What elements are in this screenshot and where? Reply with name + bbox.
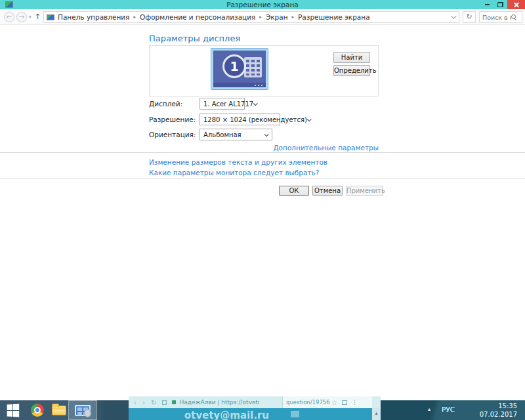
advanced-settings-link[interactable]: Дополнительные параметры (273, 144, 379, 152)
browser-forward-icon[interactable]: › (142, 399, 145, 406)
browser-address-field[interactable]: question/197567657 ☆ ⋮ (282, 396, 372, 408)
extension-icon[interactable] (342, 400, 347, 405)
scroll-up-icon: ▴ (375, 410, 377, 416)
secure-site-icon (172, 400, 176, 404)
browser-menu-icon[interactable]: ⋮ (352, 399, 358, 406)
browser-tab-icon (162, 400, 167, 405)
resolution-label: Разрешение: (149, 116, 196, 123)
tray-date: 07.02.2017 (480, 410, 517, 419)
ok-button[interactable]: ОК (279, 186, 309, 196)
browser-scrollbar[interactable]: ▴ (372, 408, 381, 420)
browser-url-strip: ‹ › ↻ НадежАлви | https://otvetmail.ru/q… (129, 396, 381, 408)
tray-clock[interactable]: 15:35 07.02.2017 (480, 402, 517, 419)
monitor-help-link[interactable]: Какие параметры монитора следует выбрать… (149, 169, 319, 177)
back-button[interactable]: ← (4, 12, 14, 22)
chevron-down-icon (253, 101, 258, 106)
address-dropdown-icon[interactable] (451, 13, 456, 18)
taskbar-chrome-button[interactable] (25, 400, 50, 420)
monitor-dots-icon (255, 85, 262, 86)
back-icon: ← (7, 13, 12, 20)
taskbar-display-settings-button[interactable] (68, 400, 97, 420)
desktop: Разрешение экрана ← → ▾ ↑ Панель управле… (0, 0, 525, 420)
apply-button: Применить (346, 186, 383, 196)
minimize-button[interactable] (481, 0, 493, 9)
search-box (479, 11, 522, 23)
display-settings-icon (75, 405, 91, 416)
orientation-select[interactable]: Альбомная (200, 129, 272, 140)
divider (0, 178, 525, 179)
identify-button[interactable]: Определить (333, 65, 370, 76)
display-label: Дисплей: (149, 100, 182, 108)
start-button[interactable] (0, 400, 25, 420)
display-row: Дисплей: 1. Acer AL1717 (149, 98, 379, 110)
folder-icon (52, 406, 66, 415)
page-title: Параметры дисплея (149, 33, 240, 43)
taskbar-right: ▴ РУС 15:35 07.02.2017 (381, 400, 525, 420)
orientation-value: Альбомная (200, 131, 242, 138)
chevron-down-icon (307, 117, 312, 121)
browser-nav-controls: ‹ › ↻ (134, 399, 167, 406)
text-size-link[interactable]: Изменение размеров текста и других элеме… (149, 158, 327, 166)
resolution-value: 1280 × 1024 (рекомендуется) (200, 116, 307, 123)
mailru-logo-text: otvety@mail.ru (184, 410, 269, 420)
refresh-button[interactable]: ↻ (463, 11, 476, 23)
restore-button[interactable] (494, 0, 506, 9)
up-button[interactable]: ↑ (35, 12, 41, 21)
close-button[interactable] (507, 0, 525, 9)
taskbar-left (0, 400, 129, 420)
orientation-label: Ориентация: (149, 131, 196, 138)
title-bar: Разрешение экрана (0, 0, 525, 9)
taskbar-explorer-button[interactable] (49, 400, 70, 420)
restore-icon (497, 2, 503, 7)
close-icon (513, 2, 519, 8)
orientation-row: Ориентация: Альбомная (149, 129, 379, 140)
divider (0, 152, 525, 153)
start-screen-tiles-icon (244, 57, 262, 77)
search-input[interactable] (480, 14, 511, 21)
breadcrumb-separator-icon: ▸ (292, 14, 295, 20)
page-button (291, 411, 299, 417)
forward-button[interactable]: → (16, 12, 27, 22)
resolution-select[interactable]: 1280 × 1024 (рекомендуется) (200, 114, 280, 125)
windows-logo-icon (7, 404, 18, 417)
monitor-preview-panel: 1 Найти Определить (149, 45, 379, 96)
breadcrumb-separator-icon: ▸ (259, 14, 262, 20)
breadcrumb: Панель управления ▸ Оформление и персона… (58, 13, 370, 21)
display-select[interactable]: 1. Acer AL1717 (200, 98, 245, 110)
breadcrumb-item-appearance[interactable]: Оформление и персонализация (140, 13, 255, 21)
browser-refresh-icon[interactable]: ↻ (151, 399, 156, 406)
cancel-button[interactable]: Отмена (312, 186, 343, 196)
breadcrumb-item-screen-resolution[interactable]: Разрешение экрана (298, 13, 370, 21)
window-title: Разрешение экрана (0, 1, 525, 9)
search-icon[interactable] (511, 14, 517, 20)
tray-expand-icon[interactable]: ▴ (428, 406, 430, 412)
chrome-icon (31, 404, 44, 417)
browser-page-content: otvety@mail.ru (129, 408, 372, 420)
history-dropdown-icon[interactable]: ▾ (29, 14, 32, 20)
advanced-settings-link-wrap: Дополнительные параметры (149, 144, 379, 152)
resolution-row: Разрешение: 1280 × 1024 (рекомендуется) (149, 114, 379, 125)
browser-back-icon[interactable]: ‹ (134, 399, 136, 406)
display-value: 1. Acer AL1717 (200, 100, 253, 108)
forward-icon: → (19, 13, 24, 20)
breadcrumb-item-control-panel[interactable]: Панель управления (58, 13, 129, 21)
find-button[interactable]: Найти (333, 52, 370, 63)
breadcrumb-item-display[interactable]: Экран (266, 13, 288, 21)
address-toolbar: ← → ▾ ↑ Панель управления ▸ Оформление и… (0, 9, 525, 25)
background-browser-window: ‹ › ↻ НадежАлви | https://otvetmail.ru/q… (129, 396, 381, 420)
chevron-down-icon (264, 132, 269, 136)
bookmark-star-icon[interactable]: ☆ (331, 399, 337, 406)
monitor-taskbar-strip (213, 83, 266, 87)
address-bar[interactable]: Панель управления ▸ Оформление и персона… (43, 11, 459, 23)
monitor-number: 1 (222, 54, 246, 78)
screen-resolution-icon (47, 14, 54, 20)
bookmark-url-text: НадежАлви | https://otvetmail.ru/que (179, 399, 259, 406)
breadcrumb-separator-icon: ▸ (133, 14, 136, 20)
up-icon: ↑ (35, 12, 41, 21)
language-indicator[interactable]: РУС (442, 406, 455, 413)
monitor-preview[interactable]: 1 (211, 49, 268, 89)
refresh-icon: ↻ (466, 12, 472, 21)
url-text: question/197567657 (283, 399, 330, 406)
tray-time: 15:35 (480, 402, 517, 410)
